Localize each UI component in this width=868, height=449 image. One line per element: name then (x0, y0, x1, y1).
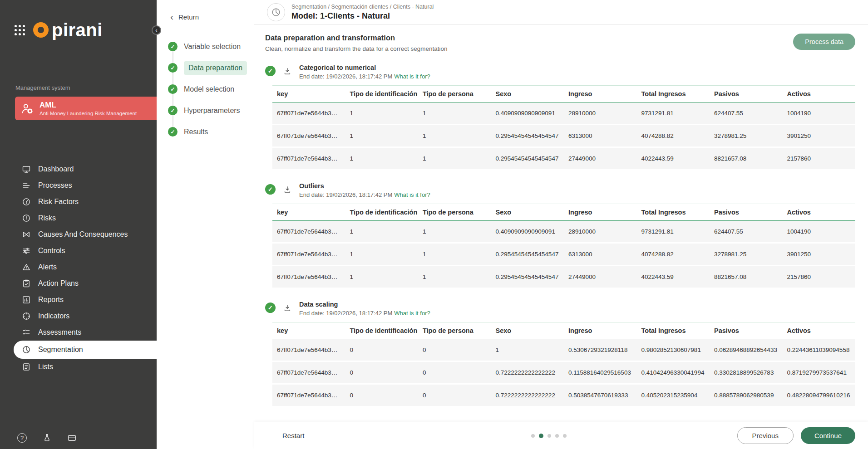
table-cell: 4022443.59 (637, 147, 710, 170)
step-hyperparameters[interactable]: ✓ Hyperparameters (168, 100, 254, 121)
table-cell: 0.7222222222222222 (491, 384, 564, 407)
data-table: keyTipo de identificaciónTipo de persona… (272, 322, 855, 407)
sidebar-item-risk-factors[interactable]: Risk Factors (0, 194, 157, 210)
aml-subtitle: Anti Money Laundering Risk Management (39, 111, 137, 116)
column-header: Pasivos (710, 86, 783, 102)
sidebar-item-causes-and-consequences[interactable]: Causes And Consequences (0, 226, 157, 243)
table-cell: 4074288.82 (637, 243, 710, 266)
table-cell: 67ff071de7e5644b318… (272, 102, 345, 125)
sidebar-item-segmentation[interactable]: Segmentation (14, 341, 157, 359)
data-step-section: ✓ Categorical to numerical End date: 19/… (265, 64, 855, 171)
data-table: keyTipo de identificaciónTipo de persona… (272, 85, 855, 171)
sidebar-item-label: Assessments (38, 328, 81, 337)
column-header: Sexo (491, 322, 564, 339)
step-label: Results (184, 128, 208, 136)
section-end-date: End date: 19/02/2026, 18:17:42 PMWhat is… (299, 73, 430, 80)
stepper: ✓ Variable selection ✓ Data preparation … (157, 36, 254, 142)
step-model-selection[interactable]: ✓ Model selection (168, 78, 254, 100)
causes-and-consequences-icon (22, 230, 31, 239)
lab-flask-icon[interactable] (42, 433, 52, 443)
download-button[interactable] (281, 302, 293, 315)
table-cell: 1 (345, 102, 419, 125)
sidebar-item-label: Processes (38, 181, 72, 190)
column-header: Pasivos (710, 204, 783, 221)
dashboard-icon (22, 165, 31, 174)
table-cell: 0.48228094799610216 (783, 384, 856, 407)
sidebar-item-assessments[interactable]: Assessments (0, 324, 157, 341)
section-heading: Data preparation and transformation (265, 34, 447, 42)
step-label: Variable selection (184, 43, 241, 51)
management-system-label: Management system (15, 84, 157, 91)
column-header: Tipo de persona (418, 322, 491, 339)
alerts-icon (22, 263, 31, 272)
sidebar-item-lists[interactable]: Lists (0, 359, 157, 375)
help-icon[interactable]: ? (17, 433, 27, 443)
table-cell: 28910000 (564, 221, 637, 243)
collapse-sidebar-button[interactable]: ‹ (152, 25, 161, 35)
previous-button[interactable]: Previous (737, 427, 794, 444)
continue-button[interactable]: Continue (801, 427, 855, 444)
table-cell: 1 (345, 266, 419, 288)
step-variable-selection[interactable]: ✓ Variable selection (168, 36, 254, 57)
sidebar-item-risks[interactable]: Risks (0, 210, 157, 226)
sidebar-item-alerts[interactable]: Alerts (0, 259, 157, 275)
table-header-row: keyTipo de identificaciónTipo de persona… (272, 86, 855, 102)
process-data-button[interactable]: Process data (793, 34, 855, 50)
table-cell: 624407.55 (710, 221, 783, 243)
table-cell: 67ff071de7e5644b318… (272, 266, 345, 288)
sidebar-item-reports[interactable]: Reports (0, 292, 157, 308)
card-panel-icon[interactable] (67, 433, 77, 443)
table-cell: 6313000 (564, 243, 637, 266)
return-button[interactable]: ‹ Return (157, 13, 254, 21)
aml-module-banner[interactable]: AML Anti Money Laundering Risk Managemen… (15, 97, 157, 120)
column-header: Sexo (491, 204, 564, 221)
sidebar-item-action-plans[interactable]: Action Plans (0, 275, 157, 292)
pagination-dot[interactable] (539, 434, 543, 438)
apps-grid-icon[interactable] (15, 25, 25, 35)
chevron-left-icon: ‹ (170, 12, 173, 21)
what-is-it-for-link[interactable]: What is it for? (394, 310, 430, 317)
section-title: Outliers (299, 182, 430, 190)
pagination-dot[interactable] (547, 434, 551, 438)
table-cell: 4022443.59 (637, 266, 710, 288)
table-cell: 3901250 (783, 125, 856, 147)
what-is-it-for-link[interactable]: What is it for? (394, 191, 430, 198)
model-header: Segmentation / Segmentación clientes / C… (254, 0, 868, 24)
column-header: Tipo de persona (418, 204, 491, 221)
table-cell: 1004190 (783, 102, 856, 125)
check-circle-icon: ✓ (168, 106, 178, 115)
pagination-dot[interactable] (531, 434, 535, 438)
table-cell: 27449000 (564, 147, 637, 170)
table-cell: 0.06289468892654433 (710, 339, 783, 361)
pagination-dot[interactable] (563, 434, 567, 438)
step-results[interactable]: ✓ Results (168, 121, 254, 142)
table-cell: 8821657.08 (710, 147, 783, 170)
step-data-preparation[interactable]: ✓ Data preparation (168, 57, 254, 78)
download-icon (283, 67, 292, 76)
table-cell: 0.4090909090909091 (491, 221, 564, 243)
table-cell: 0.29545454545454547 (491, 125, 564, 147)
download-button[interactable] (281, 184, 293, 197)
download-button[interactable] (281, 65, 293, 78)
pagination-dot[interactable] (555, 434, 559, 438)
step-label: Hyperparameters (184, 107, 240, 115)
sidebar-item-controls[interactable]: Controls (0, 243, 157, 259)
table-cell: 0.5038547670619333 (564, 384, 637, 407)
end-date-text: End date: 19/02/2026, 18:17:42 PM (299, 191, 392, 198)
return-label: Return (178, 13, 199, 21)
sidebar-item-indicators[interactable]: Indicators (0, 308, 157, 324)
restart-button[interactable]: Restart (282, 432, 304, 439)
sidebar-item-dashboard[interactable]: Dashboard (0, 161, 157, 177)
table-cell: 0.9802852130607981 (637, 339, 710, 361)
table-cell: 0.7222222222222222 (491, 361, 564, 384)
table-cell: 67ff071de7e5644b318… (272, 384, 345, 407)
section-title: Data scaling (299, 301, 430, 308)
table-cell: 3278981.25 (710, 243, 783, 266)
column-header: Ingreso (564, 204, 637, 221)
table-row: 67ff071de7e5644b318…110.2954545454545454… (272, 243, 855, 266)
column-header: key (272, 322, 345, 339)
table-cell: 1 (418, 266, 491, 288)
what-is-it-for-link[interactable]: What is it for? (394, 73, 430, 80)
sidebar-item-processes[interactable]: Processes (0, 177, 157, 194)
table-cell: 0 (418, 361, 491, 384)
